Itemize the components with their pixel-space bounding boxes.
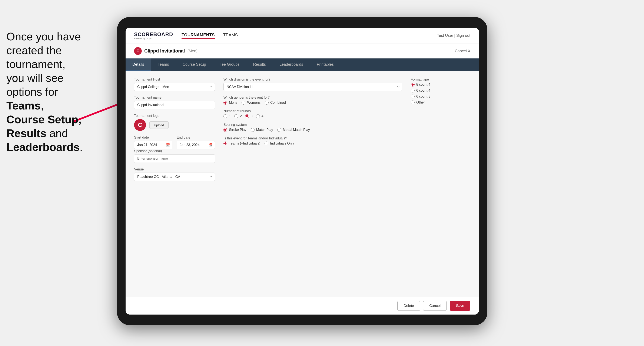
tournament-name: Clippd Invitational [144, 48, 185, 54]
event-individuals-radio[interactable] [264, 142, 268, 145]
tournament-title: C Clippd Invitational (Men) [134, 47, 198, 55]
date-row: Start date 📅 End date 📅 [134, 136, 215, 149]
tab-tee-groups[interactable]: Tee Groups [213, 58, 246, 71]
gender-mens-radio[interactable] [224, 101, 227, 105]
col-right: Format type 5 count 4 6 count 4 6 cou [411, 78, 470, 291]
start-date-label: Start date [134, 136, 172, 139]
top-nav: SCOREBOARD Powered by clippd TOURNAMENTS… [126, 28, 479, 44]
scoring-group: Scoring system Stroke Play Match Play [224, 123, 402, 132]
nav-teams[interactable]: TEAMS [223, 32, 238, 39]
gender-womens[interactable]: Womens [242, 101, 260, 105]
gender-womens-radio[interactable] [242, 101, 246, 105]
format-6count5[interactable]: 6 count 5 [411, 95, 470, 98]
format-6count5-label: 6 count 5 [416, 95, 430, 98]
tab-course-setup[interactable]: Course Setup [176, 58, 213, 71]
logo-area: SCOREBOARD Powered by clippd [134, 31, 173, 40]
screen: SCOREBOARD Powered by clippd TOURNAMENTS… [126, 28, 479, 315]
scoring-match-radio[interactable] [251, 128, 254, 132]
scoring-match-label: Match Play [256, 128, 273, 132]
cancel-button[interactable]: Cancel [423, 301, 447, 311]
tournament-icon: C [134, 47, 142, 55]
sponsor-input[interactable] [134, 154, 215, 163]
scoring-match[interactable]: Match Play [251, 128, 273, 132]
tournament-name-input[interactable] [134, 101, 215, 109]
user-area[interactable]: Test User | Sign out [437, 33, 470, 38]
nav-links: TOURNAMENTS TEAMS [182, 32, 238, 39]
gender-combined[interactable]: Combined [265, 101, 286, 105]
nav-left: SCOREBOARD Powered by clippd TOURNAMENTS… [134, 31, 238, 40]
venue-label: Venue [134, 168, 215, 171]
division-select[interactable]: NCAA Division III [224, 83, 402, 91]
end-date-wrap: 📅 [177, 141, 215, 149]
format-other-label: Other [416, 101, 425, 104]
save-button[interactable]: Save [450, 301, 470, 311]
upload-button[interactable]: Upload [150, 121, 168, 129]
event-individuals-label: Individuals Only [270, 142, 294, 145]
scoring-stroke[interactable]: Stroke Play [224, 128, 246, 132]
logo-upload: C Upload [134, 119, 215, 131]
event-teams[interactable]: Teams (+Individuals) [224, 142, 260, 145]
rounds-3[interactable]: 3 [245, 114, 252, 118]
format-group: Format type 5 count 4 6 count 4 6 cou [411, 78, 470, 104]
gender-mens[interactable]: Mens [224, 101, 237, 105]
format-5count4[interactable]: 5 count 4 [411, 83, 470, 86]
event-type-radio-group: Teams (+Individuals) Individuals Only [224, 142, 402, 145]
event-teams-radio[interactable] [224, 142, 227, 145]
rounds-2[interactable]: 2 [234, 114, 242, 118]
gender-womens-label: Womens [247, 101, 260, 105]
gender-group: Which gender is the event for? Mens Wome… [224, 96, 402, 105]
gender-radio-group: Mens Womens Combined [224, 101, 402, 105]
end-date-icon: 📅 [208, 143, 213, 147]
format-6count4-radio[interactable] [411, 89, 414, 92]
tournament-logo-group: Tournament logo C Upload [134, 114, 215, 131]
tournament-host-group: Tournament Host Clippd College - Men [134, 78, 215, 91]
rounds-1-radio[interactable] [224, 114, 227, 118]
venue-select[interactable]: Peachtree GC - Atlanta - GA [134, 173, 215, 181]
nav-tournaments[interactable]: TOURNAMENTS [182, 32, 214, 39]
format-6count4[interactable]: 6 count 4 [411, 89, 470, 92]
scoring-stroke-radio[interactable] [224, 128, 227, 132]
gender-combined-radio[interactable] [265, 101, 268, 105]
tab-printables[interactable]: Printables [310, 58, 340, 71]
gender-mens-label: Mens [229, 101, 237, 105]
format-6count5-radio[interactable] [411, 95, 414, 98]
main-content: Tournament Host Clippd College - Men Tou… [126, 71, 479, 297]
rounds-4-radio[interactable] [256, 114, 260, 118]
rounds-1-label: 1 [229, 114, 231, 118]
scoring-medal-match[interactable]: Medal Match Play [277, 128, 310, 132]
instruction-text: Once you have created the tournament, yo… [0, 25, 90, 158]
start-date-wrap: 📅 [134, 141, 172, 149]
sponsor-label: Sponsor (optional) [134, 149, 215, 153]
tournament-name-label: Tournament name [134, 96, 215, 99]
sponsor-group: Sponsor (optional) [134, 149, 215, 163]
tab-teams[interactable]: Teams [151, 58, 176, 71]
rounds-2-radio[interactable] [234, 114, 238, 118]
rounds-radio-group: 1 2 3 4 [224, 114, 402, 118]
user-info[interactable]: Test User | Sign out [437, 33, 470, 38]
end-date-label: End date [177, 136, 215, 139]
tab-details[interactable]: Details [126, 58, 151, 71]
format-6count4-label: 6 count 4 [416, 89, 430, 92]
format-other-radio[interactable] [411, 101, 414, 104]
event-individuals[interactable]: Individuals Only [264, 142, 294, 145]
tournament-host-select[interactable]: Clippd College - Men [134, 83, 215, 91]
format-5count4-radio[interactable] [411, 83, 414, 86]
rounds-3-radio[interactable] [245, 114, 249, 118]
tournament-name-group: Tournament name [134, 96, 215, 109]
format-other[interactable]: Other [411, 101, 470, 104]
rounds-1[interactable]: 1 [224, 114, 231, 118]
event-type-group: Is this event for Teams and/or Individua… [224, 137, 402, 145]
cancel-button-top[interactable]: Cancel X [455, 49, 470, 53]
col-center: Which division is the event for? NCAA Di… [224, 78, 402, 291]
start-date-group: Start date 📅 [134, 136, 172, 149]
scoring-medal-match-radio[interactable] [277, 128, 281, 132]
delete-button[interactable]: Delete [397, 301, 420, 311]
logo-title: SCOREBOARD [134, 31, 173, 37]
tab-leaderboards[interactable]: Leaderboards [273, 58, 310, 71]
rounds-label: Number of rounds [224, 109, 402, 113]
rounds-4[interactable]: 4 [256, 114, 264, 118]
tab-results[interactable]: Results [246, 58, 273, 71]
col-left: Tournament Host Clippd College - Men Tou… [134, 78, 215, 291]
tournament-host-label: Tournament Host [134, 78, 215, 81]
rounds-group: Number of rounds 1 2 3 [224, 109, 402, 118]
